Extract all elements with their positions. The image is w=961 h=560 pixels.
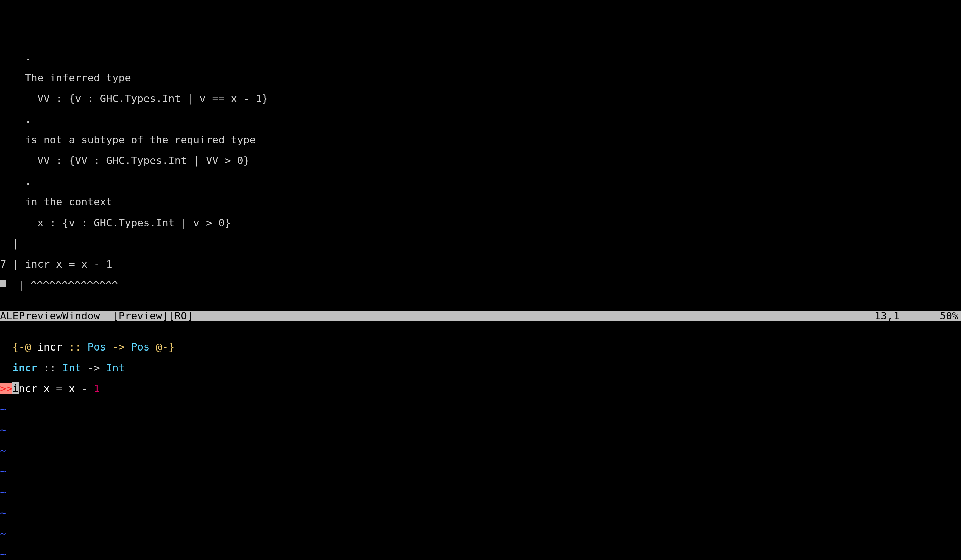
preview-line-carets: | ^^^^^^^^^^^^^^ xyxy=(0,280,961,290)
preview-buffer-name: ALEPreviewWindow xyxy=(0,310,100,322)
preview-pct: 50% xyxy=(940,311,961,321)
preview-line: | xyxy=(0,238,961,249)
preview-line: in the context xyxy=(0,197,961,207)
preview-ruler: 13,1 xyxy=(874,311,940,321)
empty-line: ~ xyxy=(0,445,961,456)
empty-line: ~ xyxy=(0,404,961,414)
code-line-definition: >>incr x = x - 1 xyxy=(0,383,961,394)
empty-line: ~ xyxy=(0,528,961,539)
preview-line: . xyxy=(0,176,961,186)
empty-line: ~ xyxy=(0,425,961,435)
cursor: i xyxy=(12,382,19,394)
preview-line: is not a subtype of the required type xyxy=(0,135,961,145)
editor-pane[interactable]: {-@ incr :: Pos -> Pos @-} incr :: Int -… xyxy=(0,331,961,560)
preview-line: The inferred type xyxy=(0,72,961,83)
sign-column xyxy=(0,363,12,373)
preview-statusline: ALEPreviewWindow [Preview][RO]13,150% xyxy=(0,311,961,321)
preview-line: VV : {VV : GHC.Types.Int | VV > 0} xyxy=(0,156,961,166)
preview-line: 7 | incr x = x - 1 xyxy=(0,259,961,269)
empty-line: ~ xyxy=(0,549,961,559)
error-sign: >> xyxy=(0,383,12,394)
empty-line: ~ xyxy=(0,507,961,518)
empty-line: ~ xyxy=(0,487,961,497)
preview-pane[interactable]: . The inferred type VV : {v : GHC.Types.… xyxy=(0,42,961,300)
preview-flags: [Preview][RO] xyxy=(112,310,193,322)
code-line-annotation: {-@ incr :: Pos -> Pos @-} xyxy=(0,342,961,352)
preview-line: . xyxy=(0,114,961,124)
empty-line: ~ xyxy=(0,466,961,477)
code-line-signature: incr :: Int -> Int xyxy=(0,363,961,373)
preview-line: x : {v : GHC.Types.Int | v > 0} xyxy=(0,218,961,228)
truncated-cursor xyxy=(0,280,6,287)
sign-column xyxy=(0,342,12,352)
preview-line: VV : {v : GHC.Types.Int | v == x - 1} xyxy=(0,93,961,104)
preview-line: . xyxy=(0,52,961,62)
